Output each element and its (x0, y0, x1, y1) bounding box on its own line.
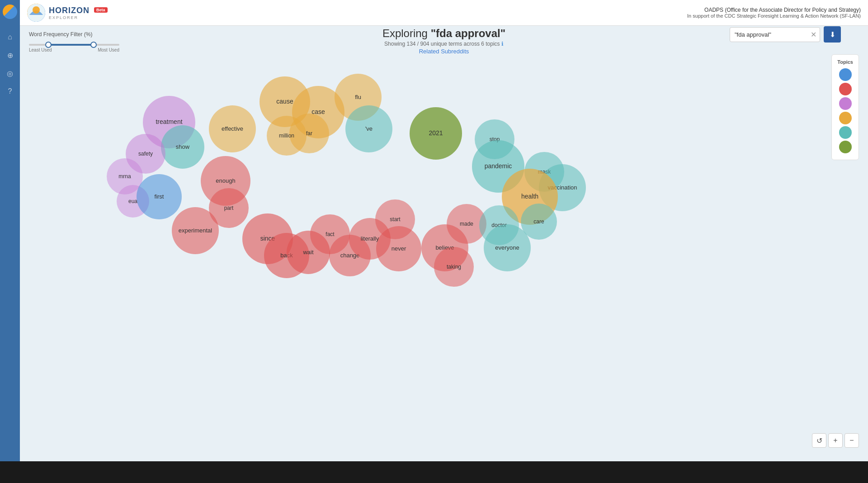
topics-panel: Topics (831, 54, 859, 160)
svg-point-27 (434, 247, 474, 287)
bubble-canvas: treatmenteffectiveshowsafetymrnaeuafirst… (20, 0, 868, 461)
svg-point-37 (484, 224, 531, 271)
logo-image (27, 4, 45, 22)
org-sub-text: In support of the CDC Strategic Foresigh… (687, 13, 861, 19)
compass-icon[interactable]: ◎ (3, 66, 17, 80)
bubble-2021[interactable]: 2021 (410, 107, 462, 160)
bubble-ve[interactable]: 've (345, 105, 392, 152)
svg-point-25 (376, 226, 421, 271)
svg-point-29 (410, 107, 462, 160)
org-main-text: OADPS (Office for the Associate Director… (687, 7, 861, 13)
svg-point-11 (172, 207, 219, 254)
beta-badge: Beta (94, 7, 108, 13)
svg-point-15 (267, 116, 307, 156)
help-icon[interactable]: ? (3, 84, 17, 99)
zoom-reset-button[interactable]: ↺ (812, 433, 826, 448)
topics-label: Topics (837, 59, 853, 65)
bubble-everyone[interactable]: everyone (484, 224, 531, 271)
info-icon: ℹ (501, 41, 504, 47)
svg-point-1 (33, 6, 40, 14)
logo-sidebar (3, 5, 17, 19)
logo-horizon-text: HORIZON (49, 6, 90, 15)
home-icon[interactable]: ⌂ (3, 30, 17, 44)
exploring-title: Exploring "fda approval" (382, 27, 505, 40)
topic-circle-4[interactable] (839, 112, 852, 124)
topic-circle-3[interactable] (839, 97, 852, 110)
bubble-taking[interactable]: taking (434, 247, 474, 287)
search-clear-button[interactable]: ✕ (811, 30, 816, 39)
svg-point-17 (345, 105, 392, 152)
topic-circle-2[interactable] (839, 83, 852, 95)
bubble-effective[interactable]: effective (209, 105, 256, 152)
main-content: HORIZON Beta EXPLORER OADPS (Office for … (20, 0, 868, 461)
topic-circle-1[interactable] (839, 68, 852, 81)
globe-icon[interactable]: ⊕ (3, 48, 17, 62)
search-bar: ✕ ⬇ (730, 26, 841, 43)
svg-point-3 (209, 105, 256, 152)
logo-text: HORIZON Beta EXPLORER (49, 6, 108, 20)
related-subreddits-link[interactable]: Related Subreddits (419, 48, 469, 55)
search-button[interactable]: ⬇ (824, 26, 841, 43)
topic-circle-5[interactable] (839, 126, 852, 139)
header-org-info: OADPS (Office for the Associate Director… (687, 7, 861, 19)
svg-point-8 (137, 174, 182, 219)
bubble-first[interactable]: first (137, 174, 182, 219)
logo-area: HORIZON Beta EXPLORER (27, 4, 108, 22)
bubble-experimental[interactable]: experimental (172, 207, 219, 254)
bubble-million[interactable]: million (267, 116, 307, 156)
title-area: Exploring "fda approval" Showing 134 / 9… (382, 27, 505, 55)
bubble-never[interactable]: never (376, 226, 421, 271)
zoom-out-button[interactable]: − (844, 433, 859, 448)
search-input[interactable] (730, 27, 820, 42)
bottom-bar (0, 461, 868, 483)
logo-explorer-text: EXPLORER (49, 15, 108, 20)
zoom-controls: ↺ + − (812, 433, 859, 448)
header: HORIZON Beta EXPLORER OADPS (Office for … (20, 0, 868, 26)
svg-point-4 (161, 125, 204, 169)
sidebar: ⌂ ⊕ ◎ ? (0, 0, 20, 461)
topic-circle-6[interactable] (839, 141, 852, 153)
exploring-query: "fda approval" (431, 27, 505, 39)
zoom-in-button[interactable]: + (828, 433, 843, 448)
bubble-show[interactable]: show (161, 125, 204, 169)
showing-text: Showing 134 / 904 unique terms across 6 … (382, 41, 505, 47)
exploring-prefix: Exploring (382, 27, 431, 39)
bubbles-visualization: treatmenteffectiveshowsafetymrnaeuafirst… (20, 0, 868, 461)
